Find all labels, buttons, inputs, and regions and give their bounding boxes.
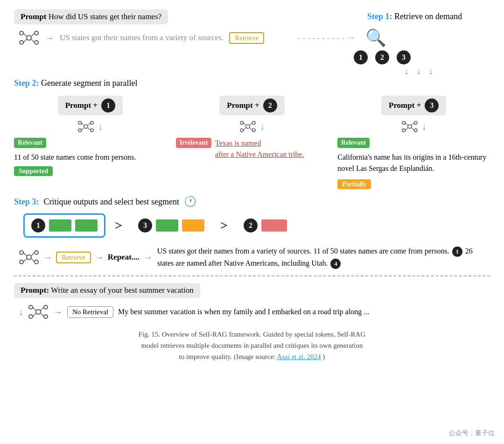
section-divider — [14, 275, 490, 276]
gt-2: > — [220, 218, 228, 233]
col2-num: 2 — [263, 99, 277, 113]
svg-line-6 — [23, 39, 27, 42]
svg-line-53 — [41, 313, 44, 317]
svg-line-43 — [31, 253, 35, 256]
svg-line-34 — [412, 123, 414, 126]
prompt1-box: Prompt How did US states get their names… — [14, 9, 168, 24]
svg-point-45 — [36, 310, 41, 314]
parallel-col-2: Prompt + 2 ↓ Irrelevant — [176, 96, 329, 188]
no-retrieval-row: ↓ → No Retrieval My best summer vacation… — [19, 303, 490, 321]
gt-1: > — [115, 218, 122, 233]
gen-repeat: Repeat.... — [108, 253, 140, 262]
gauge-icon: 🕐 — [184, 196, 196, 208]
network-icon-col1 — [77, 119, 94, 134]
svg-line-41 — [23, 253, 27, 256]
compare-box-3: 3 — [132, 215, 211, 236]
svg-line-52 — [41, 307, 44, 310]
svg-point-2 — [20, 41, 23, 44]
svg-line-17 — [88, 127, 91, 130]
col3-arrow-down: ↓ — [422, 122, 427, 131]
svg-line-33 — [405, 127, 408, 130]
caption-line1: Fig. 15. Overview of Self-RAG framework.… — [139, 331, 366, 338]
col1-support: Supported — [14, 167, 53, 175]
compare-num-1: 1 — [31, 218, 45, 233]
svg-point-47 — [29, 315, 33, 318]
svg-line-16 — [88, 123, 91, 126]
svg-point-1 — [20, 31, 23, 35]
svg-line-50 — [33, 307, 36, 310]
step1-text: Retrieve on demand — [394, 12, 462, 21]
compare-row: 1 > 3 > 2 — [23, 213, 490, 238]
step1-header: Step 1: Retrieve on demand — [367, 12, 462, 21]
gen-retrieve-btn[interactable]: Retrieve — [56, 252, 91, 263]
svg-line-14 — [82, 123, 84, 126]
col1-prompt-label: Prompt + — [65, 101, 98, 110]
svg-point-21 — [252, 121, 255, 124]
bottom-prompt-box: Prompt: Write an essay of your best summ… — [14, 283, 200, 298]
caption-line4: ) — [322, 353, 325, 360]
svg-point-48 — [44, 305, 48, 309]
col2-content-row: Irrelevant Texas is namedafter a Native … — [176, 138, 304, 160]
step2-header: Step 2: Generate segment in parallel — [14, 78, 490, 88]
col1-prompt-box: Prompt + 1 — [58, 96, 123, 115]
svg-point-11 — [78, 129, 81, 132]
step2-num: Step 2: — [14, 78, 39, 88]
col1-content-row: Relevant 11 of 50 state names come from … — [14, 138, 167, 163]
svg-point-3 — [35, 31, 38, 35]
prompt1-text: How did US states get their names? — [49, 12, 162, 21]
compare-item-1-wrapper: 1 — [23, 213, 105, 238]
arrow-down-c1: ↓ — [404, 66, 409, 76]
gen-main-text: US states got their names from a variety… — [157, 247, 449, 255]
svg-point-38 — [20, 260, 23, 264]
svg-point-31 — [414, 129, 417, 132]
svg-line-51 — [33, 313, 36, 317]
col1-gen-icon: ↓ — [77, 119, 103, 134]
svg-point-4 — [35, 41, 38, 44]
gen-arrow-3: → — [143, 252, 153, 263]
svg-line-32 — [405, 123, 408, 126]
svg-point-37 — [20, 251, 23, 254]
retrieve-btn-1[interactable]: Retrieve — [229, 32, 264, 44]
col2-prompt-box: Prompt + 2 — [219, 96, 284, 115]
col2-badge: Irrelevant — [176, 138, 211, 148]
network-icon-col3 — [401, 119, 418, 134]
network-icon-col2 — [239, 119, 256, 134]
svg-point-29 — [402, 129, 405, 132]
svg-line-23 — [243, 123, 246, 126]
svg-point-22 — [252, 129, 255, 132]
network-icon-bottom — [28, 303, 49, 321]
col1-arrow-down: ↓ — [98, 122, 103, 131]
svg-point-27 — [408, 125, 412, 128]
generation-section: → Retrieve → Repeat.... → US states got … — [19, 245, 490, 269]
watermark: 公众号：量子位 — [449, 429, 495, 437]
gen-arrow-2: → — [95, 252, 104, 263]
col3-support-badge: Partially — [337, 179, 371, 189]
circle-1-top: 1 — [354, 50, 368, 64]
step3-num: Step 3: — [14, 197, 39, 207]
step3-header: Step 3: Critique outputs and select best… — [14, 196, 490, 208]
compare-num-2: 2 — [244, 218, 258, 233]
caption-link[interactable]: Asai et al. 2024 — [277, 353, 321, 360]
svg-point-49 — [44, 315, 48, 318]
col1-badge: Relevant — [14, 138, 46, 148]
svg-line-35 — [412, 127, 414, 130]
no-retrieval-btn[interactable]: No Retrieval — [67, 306, 113, 318]
svg-point-13 — [91, 129, 93, 132]
compare-box-1: 1 — [23, 213, 105, 238]
col2-content: Texas is namedafter a Native American tr… — [215, 138, 304, 160]
svg-line-42 — [23, 259, 27, 262]
bottom-prompt-label: Prompt: — [21, 286, 49, 295]
svg-point-40 — [35, 260, 38, 264]
bottom-prompt-wrapper: Prompt: Write an essay of your best summ… — [14, 283, 490, 298]
svg-line-15 — [82, 127, 84, 130]
svg-point-39 — [35, 251, 38, 254]
col3-gen-icon: ↓ — [401, 119, 427, 134]
col3-badge: Relevant — [337, 138, 370, 148]
search-icon: 🔍 — [365, 28, 386, 48]
bottom-arrow-right: → — [53, 307, 63, 317]
col3-num: 3 — [425, 99, 439, 113]
compare-rect-2 — [261, 219, 287, 232]
caption-line3: to improve quality. (Image source: — [179, 353, 276, 360]
circle-2-top: 2 — [375, 50, 389, 64]
svg-line-44 — [31, 259, 35, 262]
